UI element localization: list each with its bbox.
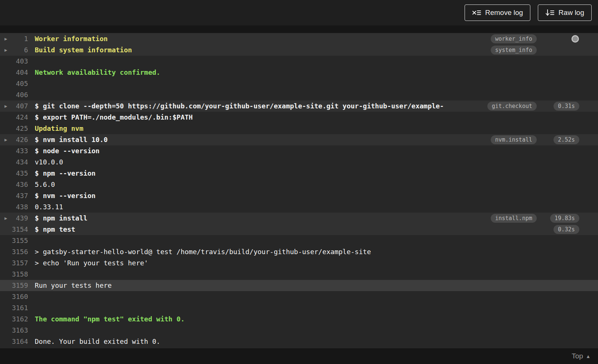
log-text: Worker information bbox=[35, 33, 108, 44]
log-toolbar: Remove log Raw log bbox=[0, 0, 598, 25]
log-text: 0.33.11 bbox=[35, 201, 63, 213]
line-number[interactable]: 434 bbox=[0, 157, 28, 168]
line-number[interactable]: 3154 bbox=[0, 224, 28, 235]
log-text: Run your tests here bbox=[35, 280, 112, 291]
log-text: Build system information bbox=[35, 44, 132, 56]
log-text: $ nvm install 10.0 bbox=[35, 134, 108, 145]
line-number[interactable]: 407 bbox=[0, 101, 28, 112]
log-text: $ nvm --version bbox=[35, 190, 96, 201]
log-text: > echo 'Run your tests here' bbox=[35, 257, 148, 269]
line-number[interactable]: 438 bbox=[0, 201, 28, 213]
scroll-to-top-label: Top bbox=[571, 352, 583, 360]
remove-log-label: Remove log bbox=[485, 9, 523, 17]
line-number[interactable]: 6 bbox=[0, 44, 28, 56]
log-row: 425 Updating nvm bbox=[0, 123, 598, 134]
log-text: $ npm --version bbox=[35, 168, 96, 179]
log-text: $ npm install bbox=[35, 213, 87, 224]
line-number[interactable]: 439 bbox=[0, 213, 28, 224]
duration-badge: 0.32s bbox=[554, 225, 579, 234]
log-row: 403 bbox=[0, 56, 598, 67]
raw-log-label: Raw log bbox=[558, 9, 584, 17]
log-row: 436 5.6.0 bbox=[0, 179, 598, 190]
line-number[interactable]: 3157 bbox=[0, 257, 28, 269]
log-row: 404 Network availability confirmed. bbox=[0, 67, 598, 78]
log-text: $ git clone --depth=50 https://github.co… bbox=[35, 101, 444, 112]
line-number[interactable]: 436 bbox=[0, 179, 28, 190]
log-row: 424 $ export PATH=./node_modules/.bin:$P… bbox=[0, 112, 598, 123]
line-number[interactable]: 433 bbox=[0, 145, 28, 157]
log-text: v10.0.0 bbox=[35, 157, 63, 168]
line-number[interactable]: 3162 bbox=[0, 314, 28, 325]
component-badge: install.npm bbox=[491, 214, 537, 223]
line-number[interactable]: 404 bbox=[0, 67, 28, 78]
log-row: 6 Build system information system_info bbox=[0, 44, 598, 56]
log-row: 3163 bbox=[0, 325, 598, 336]
log-row: 3156 > gatsby-starter-hello-world@ test … bbox=[0, 246, 598, 257]
duration-badge: 2.52s bbox=[554, 135, 579, 144]
log-row: 3160 bbox=[0, 291, 598, 302]
line-number[interactable]: 3159 bbox=[0, 280, 28, 291]
log-row: 3157 > echo 'Run your tests here' bbox=[0, 257, 598, 269]
log-row: 3155 bbox=[0, 235, 598, 246]
log-row: 426 $ nvm install 10.0 nvm.install 2.52s bbox=[0, 134, 598, 145]
component-badge: worker_info bbox=[491, 34, 537, 43]
log-row: 439 $ npm install install.npm 19.83s bbox=[0, 213, 598, 224]
log-row: 3164 Done. Your build exited with 0. bbox=[0, 336, 598, 347]
line-number[interactable]: 3161 bbox=[0, 302, 28, 314]
line-number[interactable]: 437 bbox=[0, 190, 28, 201]
log-text: 5.6.0 bbox=[35, 179, 55, 190]
line-number[interactable]: 405 bbox=[0, 78, 28, 89]
log-text: $ node --version bbox=[35, 145, 99, 157]
log-row: 3154 $ npm test 0.32s bbox=[0, 224, 598, 235]
line-number[interactable]: 403 bbox=[0, 56, 28, 67]
log-row: 3161 bbox=[0, 302, 598, 314]
line-number[interactable]: 3164 bbox=[0, 336, 28, 347]
line-number[interactable]: 3156 bbox=[0, 246, 28, 257]
caret-up-icon: ▲ bbox=[586, 354, 591, 359]
log-text: Updating nvm bbox=[35, 123, 83, 134]
line-number[interactable]: 3160 bbox=[0, 291, 28, 302]
log-row: 435 $ npm --version bbox=[0, 168, 598, 179]
log-row: 1 Worker information worker_info bbox=[0, 33, 598, 44]
duration-badge: 0.31s bbox=[554, 102, 579, 111]
log-row: 437 $ nvm --version bbox=[0, 190, 598, 201]
log-row: 3159 Run your tests here bbox=[0, 280, 598, 291]
follow-log-indicator[interactable] bbox=[571, 35, 579, 43]
log-text: > gatsby-starter-hello-world@ test /home… bbox=[35, 246, 371, 257]
remove-log-icon bbox=[472, 9, 481, 16]
raw-log-icon bbox=[545, 9, 554, 16]
log-text: $ export PATH=./node_modules/.bin:$PATH bbox=[35, 112, 193, 123]
log-text: The command "npm test" exited with 0. bbox=[35, 314, 185, 325]
log-row: 406 bbox=[0, 89, 598, 101]
log-row: 438 0.33.11 bbox=[0, 201, 598, 213]
log-row: 433 $ node --version bbox=[0, 145, 598, 157]
raw-log-button[interactable]: Raw log bbox=[538, 4, 592, 21]
scroll-to-top-link[interactable]: Top ▲ bbox=[571, 352, 591, 360]
line-number[interactable]: 1 bbox=[0, 33, 28, 44]
line-number[interactable]: 435 bbox=[0, 168, 28, 179]
log-footer: Top ▲ bbox=[571, 352, 591, 360]
component-badge: nvm.install bbox=[491, 135, 537, 144]
log-row: 3162 The command "npm test" exited with … bbox=[0, 314, 598, 325]
line-number[interactable]: 406 bbox=[0, 89, 28, 101]
duration-badge: 19.83s bbox=[550, 214, 579, 223]
log-text: Done. Your build exited with 0. bbox=[35, 336, 160, 347]
log-text: Network availability confirmed. bbox=[35, 67, 160, 78]
line-number[interactable]: 426 bbox=[0, 134, 28, 145]
log-row: 405 bbox=[0, 78, 598, 89]
line-number[interactable]: 3155 bbox=[0, 235, 28, 246]
log-row: 3158 bbox=[0, 269, 598, 280]
component-badge: system_info bbox=[491, 46, 537, 55]
build-log: 1 Worker information worker_info 6 Build… bbox=[0, 33, 598, 348]
line-number[interactable]: 424 bbox=[0, 112, 28, 123]
log-row: 407 $ git clone --depth=50 https://githu… bbox=[0, 101, 598, 112]
log-row: 434 v10.0.0 bbox=[0, 157, 598, 168]
log-text: $ npm test bbox=[35, 224, 75, 235]
component-badge: git.checkout bbox=[487, 102, 537, 111]
line-number[interactable]: 3158 bbox=[0, 269, 28, 280]
line-number[interactable]: 425 bbox=[0, 123, 28, 134]
line-number[interactable]: 3163 bbox=[0, 325, 28, 336]
remove-log-button[interactable]: Remove log bbox=[465, 4, 530, 21]
